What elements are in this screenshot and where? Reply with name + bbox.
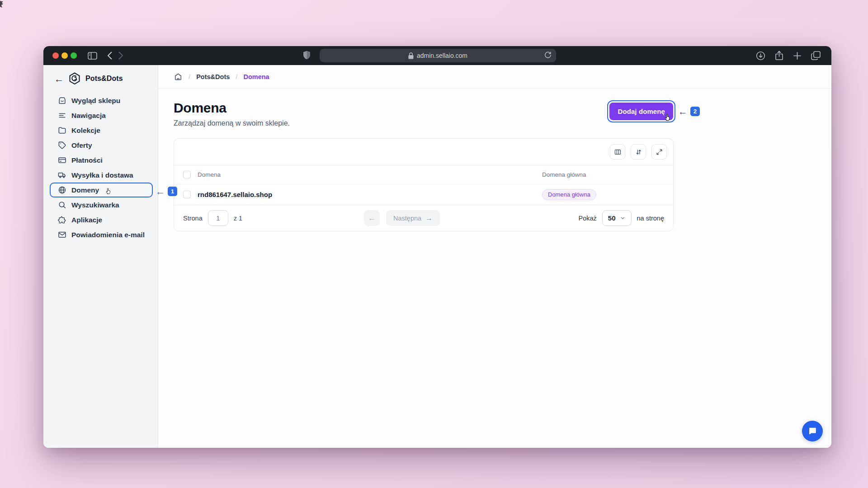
brand-logo-icon [69,72,80,85]
folder-icon [58,126,66,135]
sidebar-toggle-icon[interactable] [88,52,97,60]
annotation-2: ← 2 [678,107,700,116]
annotation-badge-2: 2 [690,107,700,116]
traffic-lights [43,52,77,59]
page-title: Domena [174,100,290,116]
next-page-label: Następna [393,215,421,222]
sidebar-item-label: Aplikacje [71,216,102,224]
main-content: / Pots&Dots / Domena Domena Zarządzaj do… [158,65,831,448]
column-header-domain[interactable]: Domena [198,171,221,178]
sidebar-item-aplikacje[interactable]: Aplikacje [50,212,153,227]
browser-window: admin.sellaio.com ← [43,46,831,448]
mail-icon [58,230,66,239]
breadcrumb-separator: / [236,73,237,80]
prev-arrow-icon: ← [368,214,376,222]
sidebar-item-label: Wyszukiwarka [71,201,119,209]
sort-button[interactable] [631,144,646,160]
domains-table-card: Domena Domena główna rnd861647.sellaio.s… [174,138,674,231]
close-window-button[interactable] [52,52,59,59]
sidebar-item-label: Domeny [71,186,99,194]
chat-bubble-icon [807,426,817,436]
sidebar-item-wyglad-sklepu[interactable]: Wygląd sklepu [50,93,153,108]
annotation-1: ← 1 [156,187,177,196]
sidebar-item-wysylka[interactable]: Wysyłka i dostawa [50,168,153,183]
sidebar-item-label: Powiadomienia e-mail [71,231,145,239]
tab-overview-icon[interactable] [811,51,821,60]
lock-icon [408,52,414,59]
sidebar-item-domeny[interactable]: Domeny [50,183,153,197]
cursor-pointer-icon [105,187,112,197]
credit-card-icon [58,156,66,164]
sidebar-item-nawigacja[interactable]: Nawigacja [50,108,153,123]
page-header: Domena Zarządzaj domeną w swoim sklepie. [174,100,290,127]
url-text: admin.sellaio.com [417,52,467,59]
next-arrow-icon: → [425,214,433,222]
previous-page-button[interactable]: ← [364,210,380,226]
screen-artifact [0,1,3,8]
privacy-shield-icon[interactable] [303,51,311,60]
per-page-value: 50 [608,214,616,222]
sidebar-item-platnosci[interactable]: Płatności [50,153,153,168]
new-tab-icon[interactable] [793,52,802,60]
sidebar-item-wyszukiwarka[interactable]: Wyszukiwarka [50,197,153,212]
breadcrumb: / Pots&Dots / Domena [158,65,831,89]
sidebar-item-label: Płatności [71,156,103,164]
browser-titlebar: admin.sellaio.com [43,46,831,65]
page-subtitle: Zarządzaj domeną w swoim sklepie. [174,119,290,127]
breadcrumb-separator: / [189,73,190,80]
table-header-row: Domena Domena główna [174,165,673,184]
page-label: Strona [183,215,203,222]
back-icon[interactable] [107,52,112,60]
puzzle-icon [58,216,66,224]
sidebar-item-oferty[interactable]: Oferty [50,138,153,153]
menu-lines-icon [58,111,66,120]
select-all-checkbox[interactable] [183,171,191,178]
share-icon[interactable] [775,51,783,61]
row-checkbox[interactable] [183,191,191,198]
sidebar-item-powiadomienia[interactable]: Powiadomienia e-mail [50,227,153,242]
back-arrow-icon[interactable]: ← [54,74,64,84]
zoom-window-button[interactable] [71,52,77,59]
annotation-badge-1: 1 [168,187,177,196]
reload-icon[interactable] [544,51,552,59]
sidebar-item-label: Oferty [71,141,92,150]
table-footer: Strona z 1 ← Następna → Pokaż [174,205,673,231]
sidebar-item-label: Kolekcje [71,127,100,135]
sidebar-item-kolekcje[interactable]: Kolekcje [50,123,153,138]
show-label: Pokaż [579,215,597,222]
cursor-pointer-icon [664,113,672,123]
chat-widget-button[interactable] [802,421,823,441]
breadcrumb-current[interactable]: Domena [243,73,269,80]
chevron-down-icon [620,215,626,221]
brand-name[interactable]: Pots&Dots [85,75,123,83]
annotation-arrow-icon: ← [156,187,165,196]
domain-name[interactable]: rnd861647.sellaio.shop [198,191,272,198]
page-of-label: z 1 [234,215,242,222]
sidebar-item-label: Nawigacja [71,112,106,120]
home-icon[interactable] [174,72,183,81]
globe-icon [58,186,66,194]
search-icon [58,201,66,209]
columns-button[interactable] [610,144,625,160]
sidebar: ← Pots&Dots Wygląd sklepu Nawigacja Kole [43,65,158,448]
annotation-arrow-icon: ← [678,107,688,116]
primary-domain-badge: Domena główna [542,189,596,200]
next-page-button[interactable]: Następna → [386,210,440,226]
table-toolbar [174,139,673,165]
sidebar-item-label: Wygląd sklepu [71,97,120,105]
per-page-select[interactable]: 50 [602,210,632,226]
forward-icon[interactable] [118,52,123,60]
sidebar-item-label: Wysyłka i dostawa [71,171,133,179]
address-bar[interactable]: admin.sellaio.com [320,49,556,62]
minimize-window-button[interactable] [61,52,68,59]
column-header-primary[interactable]: Domena główna [542,171,586,178]
tag-icon [58,141,66,150]
downloads-icon[interactable] [756,51,765,61]
expand-button[interactable] [651,144,667,160]
sidebar-nav: Wygląd sklepu Nawigacja Kolekcje Oferty … [50,93,153,242]
page-number-input[interactable] [208,210,228,226]
sidebar-brand-row: ← Pots&Dots [50,72,153,85]
breadcrumb-shop[interactable]: Pots&Dots [196,73,230,80]
table-row[interactable]: rnd861647.sellaio.shop Domena główna [174,184,673,205]
truck-icon [58,171,66,179]
